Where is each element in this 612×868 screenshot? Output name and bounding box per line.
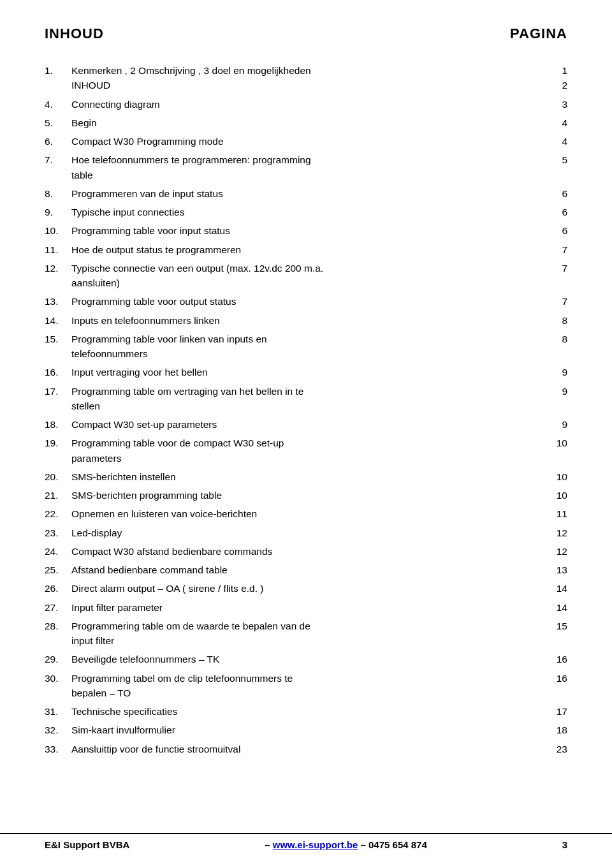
toc-text: Typische connectie van een output (max. … [71,259,542,293]
toc-num: 32. [45,721,71,739]
toc-page: 9 [542,382,567,416]
toc-page: 7 [542,292,567,311]
toc-row: 17.Programming table om vertraging van h… [45,382,567,416]
toc-row: 19.Programming table voor de compact W30… [45,434,567,467]
toc-text: Input filter parameter [71,598,542,617]
toc-num: 33. [45,740,71,758]
toc-row: 1.Kenmerken , 2 Omschrijving , 3 doel en… [45,61,567,95]
footer-website[interactable]: www.ei-support.be [273,839,358,850]
toc-text: Sim-kaart invulformulier [71,721,542,739]
toc-num: 1. [45,61,71,95]
toc-row: 31.Technische specificaties17 [45,702,567,721]
toc-page: 13 [542,561,567,579]
toc-page: 10 [542,486,567,504]
toc-page: 12 [542,542,567,561]
toc-text: Programmering table om de waarde te bepa… [71,617,542,651]
toc-row: 6.Compact W30 Programming mode4 [45,132,567,151]
toc-num: 27. [45,598,71,617]
toc-num: 20. [45,467,71,486]
toc-page: 9 [542,363,567,381]
footer-company: E&I Support BVBA [45,839,129,850]
toc-text: Compact W30 set-up parameters [71,415,542,434]
toc-page: 4 [542,114,567,132]
toc-text: Programming table om vertraging van het … [71,382,542,416]
toc-num: 9. [45,203,71,221]
toc-num: 10. [45,221,71,240]
toc-page: 3 [542,95,567,114]
toc-num: 13. [45,292,71,311]
toc-num: 8. [45,184,71,203]
toc-row: 8.Programmeren van de input status6 [45,184,567,203]
toc-row: 16.Input vertraging voor het bellen9 [45,363,567,381]
toc-num: 11. [45,240,71,259]
footer-phone: 0475 654 874 [368,839,427,850]
toc-row: 27.Input filter parameter14 [45,598,567,617]
toc-row: 12.Typische connectie van een output (ma… [45,259,567,293]
toc-row: 13.Programming table voor output status7 [45,292,567,311]
sep1: – [265,839,273,850]
toc-text: Hoe telefoonnummers te programmeren: pro… [71,151,542,184]
toc-row: 14.Inputs en telefoonnummers linken8 [45,311,567,330]
toc-page: 8 [542,311,567,330]
toc-row: 7.Hoe telefoonnummers te programmeren: p… [45,151,567,184]
toc-num: 26. [45,579,71,598]
toc-row: 29.Beveiligde telefoonnummers – TK16 [45,650,567,668]
toc-row: 33.Aansluittip voor de functie stroomuit… [45,740,567,758]
toc-num: 23. [45,524,71,542]
toc-num: 19. [45,434,71,467]
toc-text: Programmeren van de input status [71,184,542,203]
toc-text: Kenmerken , 2 Omschrijving , 3 doel en m… [71,61,542,95]
toc-page: 5 [542,151,567,184]
toc-text: Begin [71,114,542,132]
toc-page: 7 [542,259,567,293]
toc-text: Programming tabel om de clip telefoonnum… [71,669,542,703]
toc-row: 26.Direct alarm output – OA ( sirene / f… [45,579,567,598]
toc-num: 7. [45,151,71,184]
toc-num: 22. [45,504,71,523]
toc-page: 7 [542,240,567,259]
toc-num: 31. [45,702,71,721]
toc-page: 6 [542,203,567,221]
toc-num: 25. [45,561,71,579]
toc-num: 18. [45,415,71,434]
toc-page: 6 [542,221,567,240]
toc-table: 1.Kenmerken , 2 Omschrijving , 3 doel en… [45,61,567,758]
header-pagina: PAGINA [510,26,567,42]
toc-num: 5. [45,114,71,132]
page: INHOUD PAGINA 1.Kenmerken , 2 Omschrijvi… [0,0,612,868]
toc-row: 22.Opnemen en luisteren van voice-berich… [45,504,567,523]
toc-row: 30.Programming tabel om de clip telefoon… [45,669,567,703]
toc-text: Aansluittip voor de functie stroomuitval [71,740,542,758]
toc-page: 16 [542,669,567,703]
toc-page: 14 [542,598,567,617]
toc-row: 24.Compact W30 afstand bedienbare comman… [45,542,567,561]
toc-page: 8 [542,330,567,364]
toc-num: 24. [45,542,71,561]
toc-page: 18 [542,721,567,739]
toc-row: 18.Compact W30 set-up parameters9 [45,415,567,434]
toc-text: Input vertraging voor het bellen [71,363,542,381]
toc-page: 23 [542,740,567,758]
toc-row: 20.SMS-berichten instellen10 [45,467,567,486]
company-name: E&I Support BVBA [45,839,129,850]
toc-text: SMS-berichten programming table [71,486,542,504]
toc-num: 17. [45,382,71,416]
toc-text: Compact W30 Programming mode [71,132,542,151]
footer-center: – www.ei-support.be – 0475 654 874 [265,839,427,850]
toc-page: 12 [542,524,567,542]
toc-text: Opnemen en luisteren van voice-berichten [71,504,542,523]
toc-page: 12 [542,61,567,95]
toc-num: 16. [45,363,71,381]
toc-text: Inputs en telefoonnummers linken [71,311,542,330]
toc-num: 30. [45,669,71,703]
toc-row: 15.Programming table voor linken van inp… [45,330,567,364]
toc-text: Programming table voor input status [71,221,542,240]
toc-text: Programming table voor linken van inputs… [71,330,542,364]
toc-row: 10.Programming table voor input status6 [45,221,567,240]
toc-page: 17 [542,702,567,721]
toc-page: 11 [542,504,567,523]
toc-page: 4 [542,132,567,151]
toc-page: 15 [542,617,567,651]
toc-text: Compact W30 afstand bedienbare commands [71,542,542,561]
toc-row: 11.Hoe de output status te programmeren7 [45,240,567,259]
